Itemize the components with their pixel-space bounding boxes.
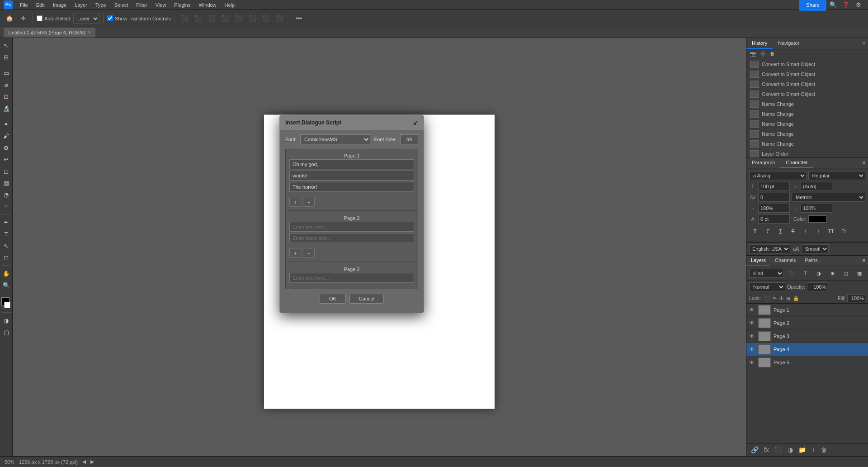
text-tool[interactable]: T	[1, 229, 12, 239]
snapshot-icon[interactable]: 📷	[750, 51, 756, 57]
layers-filter-icon[interactable]: ⬛	[786, 267, 797, 279]
tab-character[interactable]: Character	[780, 158, 813, 168]
shape-tool[interactable]: ◻	[1, 252, 12, 263]
superscript-btn[interactable]: T	[800, 225, 811, 237]
align-center-v-btn[interactable]: ⬛	[246, 13, 258, 24]
font-size-input[interactable]	[758, 182, 790, 191]
tab-layers[interactable]: Layers	[746, 256, 770, 266]
smooth-select[interactable]: Smooth	[802, 244, 829, 253]
help-icon-button[interactable]: ❓	[840, 0, 852, 11]
more-options-btn[interactable]: •••	[293, 13, 305, 24]
marquee-tool[interactable]: ▭	[1, 67, 12, 78]
tab-channels[interactable]: Channels	[770, 256, 800, 266]
italic-btn[interactable]: T	[762, 225, 774, 237]
layer-fx-btn[interactable]: fx	[762, 445, 771, 454]
smallcaps-btn[interactable]: Tt	[838, 225, 849, 237]
kind-select[interactable]: Kind	[749, 269, 784, 278]
blend-mode-select[interactable]: Normal	[749, 282, 785, 291]
color-swatch[interactable]	[808, 215, 826, 223]
history-item-2[interactable]: Convert to Smart Object	[746, 79, 868, 89]
layer-group-btn[interactable]: 📁	[797, 445, 808, 454]
dialog-scroll-area[interactable]: Page 1 + - Page 2	[285, 149, 418, 289]
spot-heal-tool[interactable]: ✦	[1, 119, 12, 129]
menu-plugins[interactable]: Plugins	[170, 1, 194, 9]
align-btn-4[interactable]: ⬛	[219, 13, 231, 24]
dialog-cancel-button[interactable]: Cancel	[349, 294, 384, 304]
layers-pixel-btn[interactable]: ▦	[854, 267, 865, 279]
history-item-1[interactable]: Convert to Smart Object	[746, 69, 868, 79]
layer-page4[interactable]: 👁 Page 4	[746, 343, 868, 356]
language-select[interactable]: English: USA	[749, 244, 790, 253]
page-1-line-2[interactable]	[289, 171, 414, 181]
new-snapshot-icon[interactable]: ➕	[760, 51, 766, 57]
page-2-line-2[interactable]	[289, 233, 414, 243]
layer-select[interactable]: Layer	[73, 14, 99, 24]
selection-tool[interactable]: ↖	[1, 40, 12, 51]
history-item-7[interactable]: Name Change	[746, 129, 868, 139]
tracking-input[interactable]	[758, 193, 790, 202]
page-1-add-btn[interactable]: +	[289, 197, 301, 207]
dialog-title-bar[interactable]: Insert Dialogue Script ↙	[280, 115, 424, 130]
screen-mode-tool[interactable]: ▢	[1, 327, 12, 338]
eraser-tool[interactable]: ◻	[1, 166, 12, 176]
lock-artboard-btn[interactable]: ⊞	[786, 295, 790, 301]
tab-paths[interactable]: Paths	[801, 256, 822, 266]
bold-btn[interactable]: T	[749, 225, 761, 237]
layer-eye-4[interactable]: 👁	[749, 359, 755, 366]
layers-shape-btn[interactable]: ◻	[840, 267, 852, 279]
search-button[interactable]: 🔍	[827, 0, 839, 11]
menu-view[interactable]: View	[152, 1, 170, 9]
layers-type-btn[interactable]: T	[799, 267, 811, 279]
background-color-swatch[interactable]	[4, 302, 10, 308]
lock-image-btn[interactable]: ✏	[773, 295, 777, 301]
gradient-tool[interactable]: ▦	[1, 177, 12, 188]
fill-input[interactable]	[847, 294, 865, 302]
menu-select[interactable]: Select	[111, 1, 132, 9]
crop-tool[interactable]: ⊡	[1, 91, 12, 102]
history-item-4[interactable]: Name Change	[746, 99, 868, 109]
page-2-remove-btn[interactable]: -	[303, 248, 315, 258]
zoom-tool[interactable]: 🔍	[1, 280, 12, 291]
menu-window[interactable]: Window	[195, 1, 220, 9]
align-bottom-btn[interactable]: ⬛	[260, 13, 272, 24]
font-style-select[interactable]: Regular	[808, 171, 866, 180]
page-1-line-3[interactable]	[289, 182, 414, 192]
pen-tool[interactable]: ✒	[1, 217, 12, 228]
delete-state-icon[interactable]: 🗑	[770, 51, 775, 57]
page-1-remove-btn[interactable]: -	[303, 197, 315, 207]
layer-page2[interactable]: 👁 Page 2	[746, 317, 868, 330]
page-3-line-1[interactable]	[289, 273, 414, 283]
clone-stamp-tool[interactable]: ✿	[1, 142, 12, 153]
layer-page5[interactable]: 👁 Page 5	[746, 356, 868, 369]
tab-paragraph[interactable]: Paragraph	[746, 158, 780, 168]
layer-page1[interactable]: 👁 Page 1	[746, 304, 868, 317]
lock-all-btn[interactable]: 🔒	[793, 295, 799, 301]
nav-arrow-left[interactable]: ◀	[82, 459, 86, 465]
history-item-6[interactable]: Name Change	[746, 119, 868, 129]
doc-tab-item[interactable]: Untitled-1 @ 50% (Page 4, RGB/8) ×	[4, 28, 95, 38]
align-btn-8[interactable]: ⬛	[274, 13, 285, 24]
align-right-btn[interactable]: ⬛	[206, 13, 217, 24]
nav-arrow-right[interactable]: ▶	[90, 459, 94, 465]
font-select[interactable]: ComicSansMS	[300, 134, 370, 144]
unit-select[interactable]: Metrics	[792, 193, 865, 202]
layer-new-btn[interactable]: +	[810, 445, 817, 454]
menu-layer[interactable]: Layer	[71, 1, 91, 9]
home-button[interactable]: 🏠	[4, 13, 15, 24]
layer-delete-btn[interactable]: 🗑	[819, 445, 829, 454]
caps-btn[interactable]: TT	[825, 225, 837, 237]
layer-eye-3[interactable]: 👁	[749, 346, 755, 353]
dodge-tool[interactable]: ○	[1, 201, 12, 212]
show-transform-checkbox[interactable]	[107, 15, 113, 21]
align-top-btn[interactable]: ⬛	[233, 13, 245, 24]
menu-image[interactable]: Image	[49, 1, 71, 9]
quick-mask-tool[interactable]: ◑	[1, 315, 12, 326]
artboard-tool[interactable]: ⊞	[1, 52, 12, 62]
char-panel-menu-icon[interactable]: ≡	[860, 158, 868, 168]
strikethrough-btn[interactable]: T	[787, 225, 799, 237]
panel-menu-icon[interactable]: ≡	[860, 38, 868, 49]
menu-file[interactable]: File	[16, 1, 32, 9]
auto-select-checkbox[interactable]	[37, 15, 42, 21]
font-family-select[interactable]: a Arang	[749, 171, 807, 180]
baseline-input[interactable]	[758, 214, 790, 224]
